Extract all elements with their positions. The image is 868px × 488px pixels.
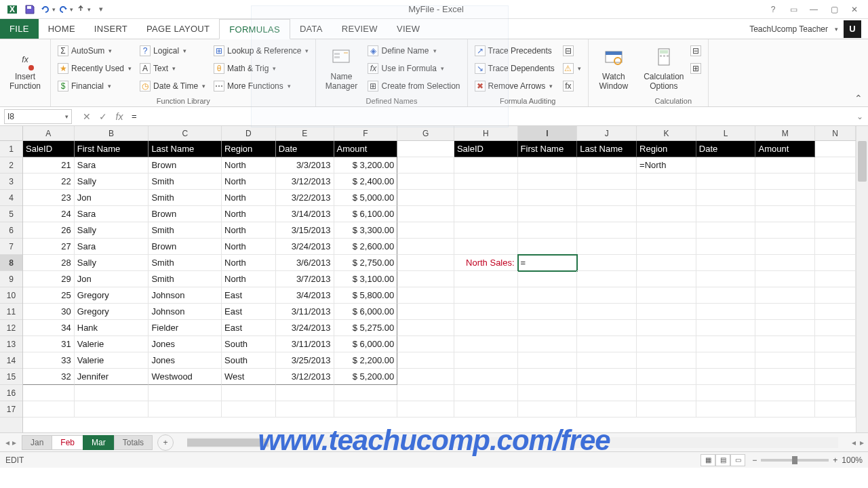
- cell-M11[interactable]: [755, 304, 815, 320]
- cell-D15[interactable]: West: [222, 369, 276, 385]
- cell-K16[interactable]: [637, 385, 696, 401]
- cell-D17[interactable]: [222, 401, 276, 418]
- cell-A5[interactable]: 24: [23, 206, 75, 222]
- vertical-scrollbar[interactable]: [856, 126, 868, 432]
- tab-formulas[interactable]: FORMULAS: [219, 19, 290, 39]
- financial-button[interactable]: $Financial▾: [55, 77, 134, 94]
- cell-E12[interactable]: 3/24/2013: [276, 320, 334, 336]
- calculate-sheet-button[interactable]: ⊞: [688, 60, 704, 77]
- cell-J11[interactable]: [577, 304, 637, 320]
- cell-J10[interactable]: [577, 287, 637, 304]
- calculate-now-button[interactable]: ⊟: [688, 42, 704, 59]
- row-header-9[interactable]: 9: [0, 271, 22, 287]
- trace-dependents-button[interactable]: ↘Trace Dependents: [472, 60, 557, 77]
- cell-A15[interactable]: 32: [23, 369, 75, 385]
- cell-M17[interactable]: [755, 401, 815, 418]
- cell-B17[interactable]: [75, 401, 149, 418]
- cell-I15[interactable]: [518, 369, 578, 385]
- cell-N10[interactable]: [815, 287, 856, 304]
- row-header-5[interactable]: 5: [0, 206, 22, 222]
- recently-used-button[interactable]: ★Recently Used▾: [55, 60, 134, 77]
- name-manager-button[interactable]: Name Manager: [320, 42, 362, 95]
- cell-D3[interactable]: North: [222, 174, 276, 190]
- page-layout-view-button[interactable]: ▤: [715, 454, 730, 466]
- cell-A12[interactable]: 34: [23, 320, 75, 336]
- zoom-out-button[interactable]: −: [752, 455, 757, 465]
- cell-K5[interactable]: [637, 206, 696, 222]
- cell-H2[interactable]: [454, 157, 518, 174]
- cell-G1[interactable]: [397, 141, 454, 157]
- excel-icon[interactable]: X: [4, 1, 20, 18]
- cell-G16[interactable]: [397, 385, 454, 401]
- cell-J16[interactable]: [577, 385, 637, 401]
- redo-button[interactable]: ▾: [57, 1, 73, 18]
- cell-N11[interactable]: [815, 304, 856, 320]
- cell-N4[interactable]: [815, 190, 856, 206]
- cell-F16[interactable]: [334, 385, 398, 401]
- define-name-button[interactable]: ◈Define Name▾: [365, 42, 462, 59]
- cell-C3[interactable]: Smith: [149, 174, 222, 190]
- cell-J4[interactable]: [577, 190, 637, 206]
- cell-B9[interactable]: Jon: [75, 271, 149, 287]
- cell-M9[interactable]: [755, 271, 815, 287]
- cell-H5[interactable]: [454, 206, 518, 222]
- cell-I6[interactable]: [518, 222, 578, 239]
- watch-window-button[interactable]: Watch Window: [593, 42, 635, 95]
- lookup-button[interactable]: ⊞Lookup & Reference▾: [211, 42, 311, 59]
- cell-H7[interactable]: [454, 239, 518, 255]
- cell-I4[interactable]: [518, 190, 578, 206]
- cell-N2[interactable]: [815, 157, 856, 174]
- cell-E14[interactable]: 3/25/2013: [276, 352, 334, 369]
- cell-A9[interactable]: 29: [23, 271, 75, 287]
- cell-H12[interactable]: [454, 320, 518, 336]
- cell-F9[interactable]: $ 3,100.00: [334, 271, 398, 287]
- cell-L17[interactable]: [696, 401, 756, 418]
- cell-I9[interactable]: [518, 271, 578, 287]
- cell-K15[interactable]: [637, 369, 696, 385]
- cell-E16[interactable]: [276, 385, 334, 401]
- cell-L4[interactable]: [696, 190, 756, 206]
- create-from-selection-button[interactable]: ⊞Create from Selection: [365, 77, 462, 94]
- cell-I17[interactable]: [518, 401, 578, 418]
- cell-F10[interactable]: $ 5,800.00: [334, 287, 398, 304]
- cell-J3[interactable]: [577, 174, 637, 190]
- cell-B15[interactable]: Jennifer: [75, 369, 149, 385]
- cell-H15[interactable]: [454, 369, 518, 385]
- cell-L16[interactable]: [696, 385, 756, 401]
- cell-N15[interactable]: [815, 369, 856, 385]
- col-header-B[interactable]: B: [75, 126, 149, 140]
- cell-G17[interactable]: [397, 401, 454, 418]
- cell-D1[interactable]: Region: [222, 141, 276, 157]
- cell-G5[interactable]: [397, 206, 454, 222]
- col-header-E[interactable]: E: [276, 126, 334, 140]
- cell-I11[interactable]: [518, 304, 578, 320]
- cell-G7[interactable]: [397, 239, 454, 255]
- cell-B12[interactable]: Hank: [75, 320, 149, 336]
- row-header-13[interactable]: 13: [0, 336, 22, 352]
- cell-K6[interactable]: [637, 222, 696, 239]
- cell-C9[interactable]: Smith: [149, 271, 222, 287]
- cell-L2[interactable]: [696, 157, 756, 174]
- cell-I1[interactable]: First Name: [518, 141, 578, 157]
- cell-E15[interactable]: 3/12/2013: [276, 369, 334, 385]
- cell-E6[interactable]: 3/15/2013: [276, 222, 334, 239]
- cell-H16[interactable]: [454, 385, 518, 401]
- expand-formula-bar-button[interactable]: ⌄: [852, 112, 868, 121]
- zoom-thumb[interactable]: [792, 456, 797, 464]
- col-header-L[interactable]: L: [696, 126, 756, 140]
- name-box[interactable]: I8▾: [4, 109, 72, 124]
- cell-E9[interactable]: 3/7/2013: [276, 271, 334, 287]
- cell-L8[interactable]: [696, 255, 756, 271]
- cell-E17[interactable]: [276, 401, 334, 418]
- math-trig-button[interactable]: θMath & Trig▾: [211, 60, 311, 77]
- cell-J8[interactable]: [577, 255, 637, 271]
- user-name[interactable]: TeachUcomp Teacher: [749, 24, 828, 34]
- cell-D14[interactable]: South: [222, 352, 276, 369]
- row-header-17[interactable]: 17: [0, 401, 22, 418]
- page-break-view-button[interactable]: ▭: [730, 454, 745, 466]
- cell-J2[interactable]: [577, 157, 637, 174]
- cell-C2[interactable]: Brown: [149, 157, 222, 174]
- collapse-ribbon-button[interactable]: ⌃: [854, 93, 863, 104]
- cell-M15[interactable]: [755, 369, 815, 385]
- cell-K13[interactable]: [637, 336, 696, 352]
